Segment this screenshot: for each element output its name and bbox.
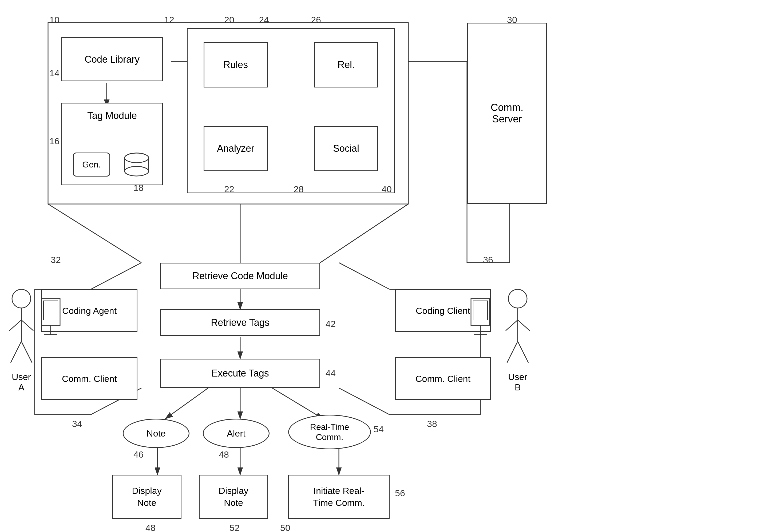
svg-rect-43 (44, 301, 58, 320)
retrieve-tags-label: Retrieve Tags (211, 317, 269, 328)
gen-label: Gen. (82, 160, 101, 170)
svg-line-51 (518, 341, 528, 363)
svg-rect-42 (41, 299, 60, 325)
note-label: Note (146, 428, 166, 439)
svg-line-49 (518, 320, 530, 331)
comm-server-label: Comm. Server (491, 102, 523, 125)
label-32: 32 (51, 255, 61, 265)
svg-line-18 (91, 263, 141, 289)
svg-rect-53 (473, 301, 488, 320)
database-icon (123, 153, 150, 176)
label-30: 30 (507, 15, 517, 25)
label-26: 26 (311, 15, 321, 25)
analyzer-box: Analyzer (204, 126, 267, 171)
code-library-label: Code Library (85, 54, 140, 65)
svg-line-39 (21, 320, 33, 331)
initiate-real-time-box: Initiate Real- Time Comm. (288, 475, 390, 519)
svg-line-14 (272, 388, 323, 419)
svg-line-5 (48, 204, 141, 263)
user-a-label: User A (5, 372, 37, 392)
label-20: 20 (224, 15, 234, 25)
user-b-figure: User B (502, 288, 534, 392)
rel-box: Rel. (314, 42, 378, 88)
gen-box: Gen. (73, 153, 110, 176)
coding-client-label: Coding Client (416, 306, 470, 316)
tag-module-label: Tag Module (87, 110, 137, 121)
comm-client-left-label: Comm. Client (62, 374, 117, 384)
comm-server-box: Comm. Server (467, 23, 547, 204)
label-46: 46 (134, 449, 144, 460)
display-note-1-label: Display Note (132, 485, 161, 508)
analyzer-label: Analyzer (217, 143, 254, 154)
label-10: 10 (49, 15, 59, 25)
coding-agent-label: Coding Agent (62, 306, 116, 316)
label-28: 28 (294, 184, 304, 195)
monitor-right (468, 293, 492, 342)
rules-section-box: Rules Rel. Analyzer Social (187, 28, 395, 193)
svg-line-24 (339, 388, 390, 415)
svg-point-35 (125, 153, 149, 163)
label-24: 24 (259, 15, 269, 25)
svg-point-34 (125, 166, 149, 176)
svg-line-12 (165, 388, 208, 419)
label-16: 16 (49, 136, 59, 146)
comm-client-right-box: Comm. Client (395, 357, 491, 400)
alert-ellipse: Alert (203, 419, 270, 448)
rel-label: Rel. (338, 59, 355, 70)
svg-point-46 (508, 289, 527, 308)
label-12: 12 (164, 15, 174, 25)
svg-line-50 (507, 341, 518, 363)
label-48: 48 (219, 449, 229, 460)
label-54: 54 (374, 424, 384, 434)
rules-label: Rules (223, 59, 248, 70)
svg-line-41 (21, 341, 32, 363)
svg-line-38 (9, 320, 21, 331)
execute-tags-box: Execute Tags (160, 359, 320, 388)
label-50: 50 (280, 523, 290, 532)
label-14: 14 (49, 68, 59, 78)
user-a-figure: User A (5, 288, 37, 392)
execute-tags-label: Execute Tags (211, 368, 269, 379)
svg-point-36 (12, 289, 31, 308)
label-44: 44 (326, 368, 336, 378)
rules-box: Rules (204, 42, 267, 88)
svg-line-23 (339, 263, 390, 289)
svg-rect-52 (471, 299, 490, 325)
label-52: 52 (230, 523, 240, 532)
retrieve-tags-box: Retrieve Tags (160, 309, 320, 336)
diagram-container: 10 12 Code Library 14 Tag Module Gen. 16… (0, 0, 780, 532)
comm-client-right-label: Comm. Client (416, 374, 471, 384)
label-40: 40 (382, 184, 392, 195)
monitor-left (39, 293, 63, 342)
tag-module-box: Tag Module Gen. (61, 103, 163, 185)
retrieve-code-module-box: Retrieve Code Module (160, 263, 320, 289)
label-22: 22 (224, 184, 234, 195)
svg-line-40 (11, 341, 21, 363)
user-b-label: User B (502, 372, 534, 392)
social-box: Social (314, 126, 378, 171)
svg-line-48 (506, 320, 518, 331)
svg-line-6 (320, 204, 408, 263)
label-34: 34 (72, 419, 82, 429)
label-42: 42 (326, 319, 336, 329)
real-time-comm-label: Real-Time Comm. (310, 422, 349, 442)
display-note-1-box: Display Note (112, 475, 182, 519)
label-38: 38 (427, 419, 437, 429)
label-36: 36 (483, 255, 493, 265)
label-56: 56 (395, 488, 405, 498)
display-note-2-label: Display Note (218, 485, 248, 508)
initiate-real-time-label: Initiate Real- Time Comm. (313, 485, 364, 508)
code-library-box: Code Library (61, 37, 163, 81)
comm-client-left-box: Comm. Client (41, 357, 137, 400)
label-48b: 48 (145, 523, 156, 532)
display-note-2-box: Display Note (199, 475, 268, 519)
label-18: 18 (134, 183, 144, 193)
alert-label: Alert (227, 428, 245, 439)
note-ellipse: Note (123, 419, 190, 448)
real-time-comm-ellipse: Real-Time Comm. (288, 415, 371, 449)
retrieve-code-module-label: Retrieve Code Module (192, 270, 288, 282)
social-label: Social (333, 143, 359, 154)
